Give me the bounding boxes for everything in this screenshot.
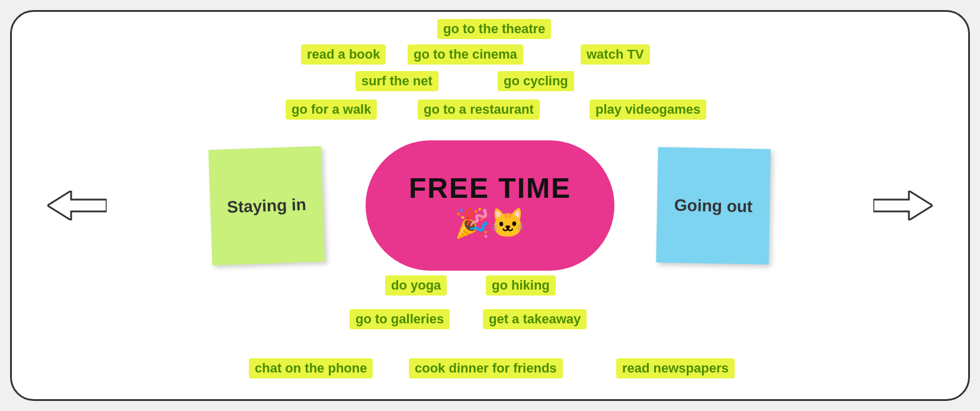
sticky-going-out-label: Going out [674,195,753,216]
cat-emoji: 🎉🐱 [454,207,526,240]
label-watch-tv: watch TV [581,44,650,65]
svg-marker-1 [873,191,933,220]
sticky-staying-in: Staying in [209,146,325,266]
label-do-yoga: do yoga [385,275,447,296]
label-go-galleries: go to galleries [350,309,450,329]
center-ellipse: FREE TIME 🎉🐱 [366,140,614,271]
label-go-for-walk: go for a walk [286,99,377,120]
label-read-a-book: read a book [301,44,386,65]
arrow-right [873,191,933,220]
label-get-takeaway: get a takeaway [483,309,587,329]
label-surf-the-net: surf the net [356,71,438,91]
label-go-hiking: go hiking [486,275,556,296]
label-cook-dinner: cook dinner for friends [409,358,563,378]
label-go-cycling: go cycling [498,71,574,91]
sticky-going-out: Going out [656,147,770,264]
label-go-to-theatre: go to the theatre [437,19,551,39]
svg-marker-0 [47,191,107,220]
label-go-restaurant: go to a restaurant [418,99,540,120]
main-container: go to the theatre read a book go to the … [10,10,970,401]
label-play-videogames: play videogames [590,99,706,120]
label-read-newspapers: read newspapers [616,358,735,378]
sticky-staying-in-label: Staying in [227,195,307,217]
arrow-left [47,191,107,220]
label-chat-phone: chat on the phone [249,358,373,378]
free-time-title: FREE TIME [409,172,571,204]
label-go-to-cinema: go to the cinema [408,44,523,65]
